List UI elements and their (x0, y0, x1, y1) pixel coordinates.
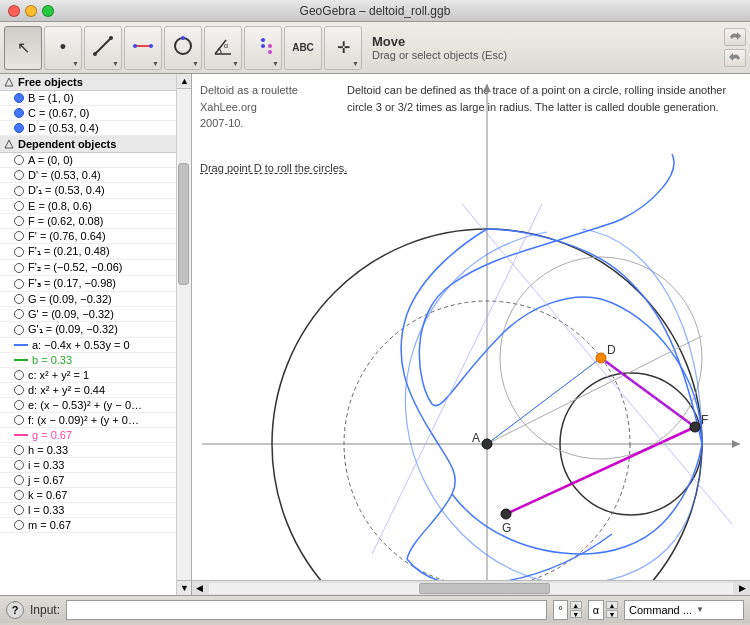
horizontal-scrollbar[interactable]: ◀ ▶ (192, 580, 750, 595)
scroll-left[interactable]: ◀ (192, 581, 207, 596)
list-item[interactable]: a: −0.4x + 0.53y = 0 (0, 338, 177, 353)
obj-icon (14, 445, 24, 455)
list-item[interactable]: F'₃ = (0.17, −0.98) (0, 276, 177, 292)
obj-icon (14, 344, 28, 346)
window-title: GeoGebra – deltoid_roll.ggb (300, 4, 451, 18)
list-item[interactable]: b = 0.33 (0, 353, 177, 368)
scroll-down[interactable]: ▼ (177, 580, 192, 595)
list-item[interactable]: G = (0.09, −0.32) (0, 292, 177, 307)
list-item[interactable]: h = 0.33 (0, 443, 177, 458)
list-item[interactable]: j = 0.67 (0, 473, 177, 488)
h-scroll-thumb[interactable] (419, 583, 550, 594)
list-item[interactable]: l = 0.33 (0, 503, 177, 518)
item-label: G'₁ = (0.09, −0.32) (28, 323, 118, 336)
item-label: A = (0, 0) (28, 154, 73, 166)
tool-segment[interactable]: ▼ (124, 26, 162, 70)
obj-icon (14, 475, 24, 485)
input-label: Input: (30, 603, 60, 617)
list-item[interactable]: E = (0.8, 0.6) (0, 199, 177, 214)
degree-up[interactable]: ▲ (570, 601, 582, 609)
scroll-right[interactable]: ▶ (735, 581, 750, 596)
tool-point[interactable]: • ▼ (44, 26, 82, 70)
line-icon (92, 35, 114, 61)
dropdown-arrow: ▼ (72, 60, 79, 67)
command-input[interactable] (66, 600, 547, 620)
svg-marker-16 (5, 140, 13, 148)
svg-point-31 (482, 439, 492, 449)
sidebar: Free objects B = (1, 0) C = (0.67, 0) D … (0, 74, 192, 595)
list-item[interactable]: k = 0.67 (0, 488, 177, 503)
list-item[interactable]: G'₁ = (0.09, −0.32) (0, 322, 177, 338)
undo-button[interactable] (724, 28, 746, 46)
tool-move[interactable]: ✛ ▼ (324, 26, 362, 70)
help-button[interactable]: ? (6, 601, 24, 619)
obj-icon (14, 520, 24, 530)
tool-text[interactable]: ABC (284, 26, 322, 70)
svg-point-6 (175, 38, 191, 54)
maximize-button[interactable] (42, 5, 54, 17)
list-item[interactable]: F = (0.62, 0.08) (0, 214, 177, 229)
list-item[interactable]: B = (1, 0) (0, 91, 177, 106)
list-item[interactable]: c: x² + y² = 1 (0, 368, 177, 383)
scroll-thumb[interactable] (178, 163, 189, 286)
obj-icon (14, 325, 24, 335)
item-label: i = 0.33 (28, 459, 64, 471)
obj-icon (14, 186, 24, 196)
tool-dotted[interactable]: ▼ (244, 26, 282, 70)
close-button[interactable] (8, 5, 20, 17)
item-label: F'₃ = (0.17, −0.98) (28, 277, 116, 290)
item-label: j = 0.67 (28, 474, 64, 486)
list-item[interactable]: d: x² + y² = 0.44 (0, 383, 177, 398)
list-item[interactable]: C = (0.67, 0) (0, 106, 177, 121)
list-item[interactable]: F'₂ = (−0.52, −0.06) (0, 260, 177, 276)
list-item[interactable]: D' = (0.53, 0.4) (0, 168, 177, 183)
minimize-button[interactable] (25, 5, 37, 17)
list-item[interactable]: D = (0.53, 0.4) (0, 121, 177, 136)
item-label: F' = (0.76, 0.64) (28, 230, 106, 242)
list-item[interactable]: g = 0.67 (0, 428, 177, 443)
alpha-symbol: α (593, 604, 599, 616)
list-item[interactable]: F' = (0.76, 0.64) (0, 229, 177, 244)
tool-circle[interactable]: ▼ (164, 26, 202, 70)
degree-down[interactable]: ▼ (570, 610, 582, 618)
redo-button[interactable] (724, 49, 746, 67)
toolbar: ↖ • ▼ ▼ ▼ ▼ α ▼ ▼ ABC ✛ ▼ (0, 22, 750, 74)
list-item[interactable]: G' = (0.09, −0.32) (0, 307, 177, 322)
item-label: b = 0.33 (32, 354, 72, 366)
alpha-up[interactable]: ▲ (606, 601, 618, 609)
geometry-canvas[interactable]: A D F G (192, 74, 750, 595)
list-item[interactable]: i = 0.33 (0, 458, 177, 473)
scroll-track (177, 89, 191, 580)
sidebar-scrollbar[interactable]: ▲ ▼ (176, 74, 191, 595)
list-item[interactable]: m = 0.67 (0, 518, 177, 533)
svg-text:G: G (502, 521, 511, 535)
item-label: C = (0.67, 0) (28, 107, 89, 119)
alpha-down[interactable]: ▼ (606, 610, 618, 618)
tool-line[interactable]: ▼ (84, 26, 122, 70)
list-item[interactable]: f: (x − 0.09)² + (y + 0… (0, 413, 177, 428)
obj-icon (14, 309, 24, 319)
tool-angle[interactable]: α ▼ (204, 26, 242, 70)
item-label: h = 0.33 (28, 444, 68, 456)
item-label: l = 0.33 (28, 504, 64, 516)
svg-point-35 (690, 422, 700, 432)
obj-icon (14, 231, 24, 241)
obj-icon (14, 247, 24, 257)
svg-point-1 (93, 52, 97, 56)
svg-point-2 (109, 36, 113, 40)
tool-select[interactable]: ↖ (4, 26, 42, 70)
scroll-up[interactable]: ▲ (177, 74, 192, 89)
list-item[interactable]: F'₁ = (0.21, 0.48) (0, 244, 177, 260)
svg-point-11 (261, 38, 265, 42)
svg-text:A: A (472, 431, 480, 445)
list-item[interactable]: D'₁ = (0.53, 0.4) (0, 183, 177, 199)
obj-icon (14, 294, 24, 304)
svg-point-33 (596, 353, 606, 363)
obj-icon (14, 434, 28, 436)
svg-marker-15 (5, 78, 13, 86)
obj-icon (14, 490, 24, 500)
list-item[interactable]: e: (x − 0.53)² + (y − 0… (0, 398, 177, 413)
command-dropdown[interactable]: Command ... ▼ (624, 600, 744, 620)
item-label: D = (0.53, 0.4) (28, 122, 99, 134)
list-item[interactable]: A = (0, 0) (0, 153, 177, 168)
